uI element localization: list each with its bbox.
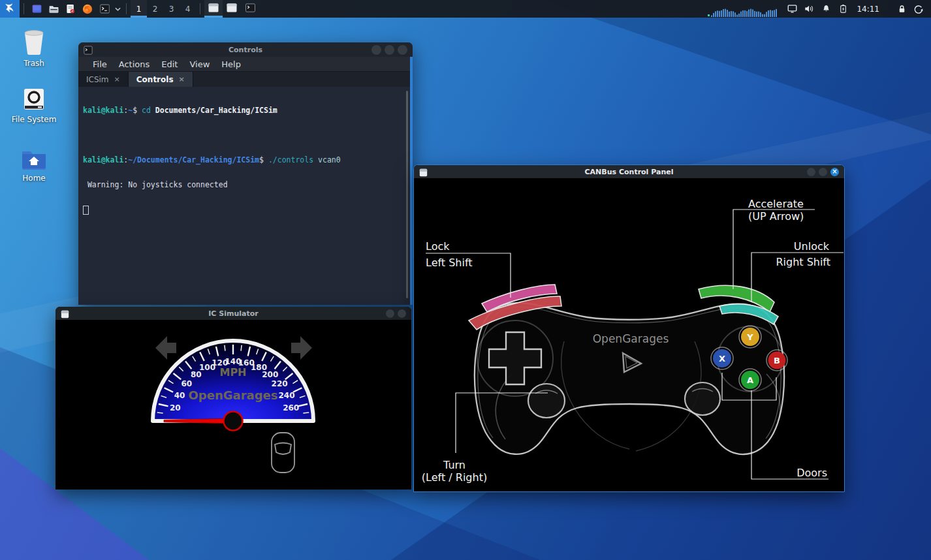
- maximize-button[interactable]: [819, 168, 827, 176]
- minimize-button[interactable]: [371, 45, 381, 55]
- terminal-cursor: [83, 206, 89, 215]
- display-settings-tray[interactable]: [783, 4, 800, 14]
- close-button[interactable]: [398, 45, 407, 55]
- terminal-viewport[interactable]: kali@kali:~$ cd Documents/Car_Hacking/IC…: [78, 87, 413, 305]
- button-a: A: [739, 369, 761, 391]
- canbus-window: CANBus Control Panel ×: [413, 164, 845, 492]
- menu-help[interactable]: Help: [215, 59, 247, 69]
- text-editor-launcher[interactable]: [62, 0, 79, 18]
- desktop-icon-trash[interactable]: Trash: [9, 29, 59, 68]
- menu-file[interactable]: File: [87, 59, 113, 69]
- terminal-titlebar[interactable]: Controls: [78, 42, 413, 57]
- button-y: Y: [739, 326, 761, 348]
- volume-tray[interactable]: [800, 4, 817, 14]
- workspace-button-3[interactable]: 3: [163, 0, 180, 18]
- clock-label: 14:11: [857, 5, 879, 14]
- terminal-icon: [99, 3, 110, 14]
- workspace-button-4[interactable]: 4: [180, 0, 196, 18]
- home-folder-icon: [9, 148, 59, 171]
- menu-actions[interactable]: Actions: [113, 59, 156, 69]
- svg-text:60: 60: [181, 379, 193, 388]
- gauge-unit-label: MPH: [219, 366, 246, 379]
- desktop: 1 2 3 4: [0, 0, 931, 560]
- terminal-window-title: Controls: [78, 46, 413, 54]
- top-panel: 1 2 3 4: [0, 0, 931, 18]
- maximize-button[interactable]: [385, 45, 394, 55]
- firefox-icon: [82, 3, 93, 15]
- gauge-hub: [224, 412, 243, 431]
- notifications-tray[interactable]: [817, 4, 834, 14]
- show-desktop-button[interactable]: [28, 0, 45, 18]
- battery-icon: [838, 4, 848, 14]
- window-icon: [227, 3, 237, 14]
- label-lock: Lock: [426, 240, 450, 253]
- button-x: X: [711, 347, 733, 369]
- terminal-window: Controls File Actions Edit View Help ICS…: [78, 42, 413, 305]
- network-monitor-graph[interactable]: [708, 8, 778, 17]
- right-analog-stick: [685, 382, 720, 415]
- icsim-titlebar[interactable]: IC Simulator: [55, 307, 411, 320]
- minimize-button[interactable]: [807, 168, 815, 176]
- terminal-line: Warning: No joysticks connected: [83, 181, 413, 189]
- kali-menu-button[interactable]: [0, 0, 20, 18]
- minimize-button[interactable]: [386, 309, 394, 318]
- chevron-down-icon: [115, 7, 121, 11]
- menu-view[interactable]: View: [183, 59, 215, 69]
- svg-text:260: 260: [283, 403, 299, 412]
- svg-text:40: 40: [174, 391, 185, 400]
- workspace-button-2[interactable]: 2: [147, 0, 163, 18]
- svg-text:B: B: [774, 356, 780, 366]
- session-menu-button[interactable]: [910, 4, 927, 14]
- icsim-window: IC Simulator: [55, 307, 411, 490]
- label-accelerate-key: (UP Arrow): [748, 210, 804, 223]
- tab-icsim[interactable]: ICSim ×: [78, 72, 129, 87]
- lock-screen-button[interactable]: [893, 4, 910, 14]
- taskbar-window-icsim[interactable]: [223, 0, 241, 18]
- label-accelerate: Accelerate: [748, 198, 804, 210]
- label-doors: Doors: [797, 467, 827, 479]
- close-button[interactable]: ×: [830, 168, 839, 176]
- text-editor-icon: [65, 3, 76, 14]
- desktop-icon-file-system[interactable]: File System: [9, 87, 59, 124]
- svg-text:200: 200: [262, 370, 278, 379]
- terminal-launcher-dropdown[interactable]: [113, 0, 122, 18]
- label-lock-key: Left Shift: [426, 257, 473, 269]
- lock-icon: [897, 4, 907, 14]
- file-manager-launcher[interactable]: [45, 0, 62, 18]
- car-door-status-icon: [272, 433, 294, 473]
- monitor-icon: [787, 4, 798, 14]
- workspace-label: 3: [169, 5, 174, 14]
- tab-close-icon[interactable]: ×: [179, 75, 185, 84]
- canbus-window-title: CANBus Control Panel: [414, 168, 844, 176]
- desktop-icon-home[interactable]: Home: [9, 148, 59, 183]
- svg-text:X: X: [719, 354, 725, 364]
- taskbar-window-terminal[interactable]: [241, 0, 259, 18]
- panel-separator: [24, 3, 24, 14]
- close-button[interactable]: [398, 309, 406, 318]
- terminal-line: [83, 131, 413, 140]
- workspace-button-1[interactable]: 1: [131, 0, 147, 18]
- svg-text:20: 20: [170, 403, 181, 412]
- terminal-launcher[interactable]: [96, 0, 113, 18]
- menu-edit[interactable]: Edit: [155, 59, 183, 69]
- taskbar-window-canbus[interactable]: [204, 0, 223, 18]
- workspace-label: 2: [153, 5, 158, 14]
- terminal-scrollbar[interactable]: [406, 91, 408, 298]
- kali-logo-icon: [4, 2, 16, 16]
- controller-brand-label: OpenGarages: [593, 332, 669, 345]
- file-system-icon: [9, 87, 59, 112]
- trash-icon: [9, 29, 59, 56]
- firefox-launcher[interactable]: [79, 0, 96, 18]
- terminal-line: kali@kali:~/Documents/Car_Hacking/ICSim$…: [83, 156, 413, 164]
- label-unlock-key: Right Shift: [776, 256, 830, 268]
- tab-close-icon[interactable]: ×: [114, 75, 120, 84]
- close-icon: ×: [832, 168, 837, 175]
- bell-icon: [821, 4, 831, 14]
- desktop-icon-label: Home: [22, 174, 45, 183]
- tab-controls[interactable]: Controls ×: [129, 72, 193, 87]
- canbus-titlebar[interactable]: CANBus Control Panel ×: [414, 165, 844, 178]
- battery-tray[interactable]: [834, 4, 851, 14]
- svg-text:220: 220: [272, 379, 288, 388]
- clock[interactable]: 14:11: [851, 5, 885, 14]
- desktop-icon-label: Trash: [24, 59, 44, 68]
